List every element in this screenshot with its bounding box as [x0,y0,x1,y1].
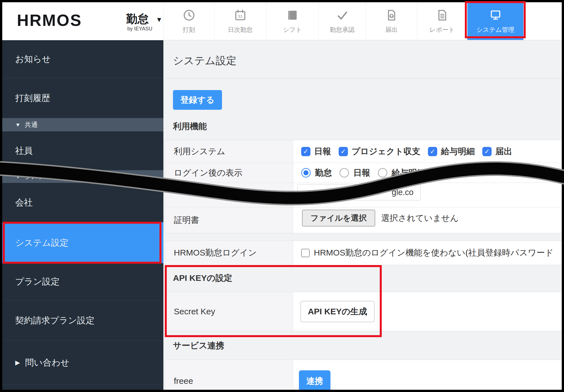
row-value: API KEYの生成 [293,292,562,331]
table-row-hrmos-login: HRMOS勤怠ログイン HRMOS勤怠のログイン機能を使わない(社員登録時パスワ… [165,241,562,265]
checkbox-option-payslip[interactable]: ✓ 給与明細 [428,146,475,157]
generate-api-key-button[interactable]: API KEYの生成 [300,301,375,322]
sidebar-item-label: 打刻履歴 [15,92,50,104]
sidebar-item-inquiry[interactable]: ▶ 問い合わせ [2,341,163,385]
tab-label: レポート [430,26,455,34]
table-row-system: 利用システム ✓ 日報 ✓ プロジェクト収支 ✓ 給与明細 [165,140,562,163]
sidebar-item-label: マニュアル [25,387,70,390]
section-heading-api-key: API KEYの設定 [173,272,232,284]
checkbox-checked-icon[interactable]: ✓ [482,147,492,156]
row-label: 利用システム [165,140,293,163]
radio-option-nippo[interactable]: 日報 [339,167,370,179]
radio-icon[interactable] [339,168,349,178]
checkbox-checked-icon[interactable]: ✓ [339,147,348,156]
tab-label: 届出 [385,26,398,34]
hrmos-login-table: HRMOS勤怠ログイン HRMOS勤怠のログイン機能を使わない(社員登録時パスワ… [165,241,562,265]
sidebar-section-kyotsu[interactable]: ▼ 共通 [2,118,163,131]
app-window: HRMOS 勤怠 by IEYASU ▼ 打刻 31 [0,0,564,392]
table-row-login-view: ログイン後の表示 勤怠 日報 給与明細 [165,163,562,183]
row-value: 勤怠 日報 給与明細 [293,163,562,183]
sidebar-item-label: 契約請求プラン設定 [15,315,94,326]
register-button[interactable]: 登録する [173,90,222,110]
caret-down-icon: ▼ [15,122,21,127]
divider [165,78,562,79]
checkbox-label: HRMOS勤怠のログイン機能を使わない(社員登録時パスワード [314,247,554,259]
sidebar-item-contract-plan-settings[interactable]: 契約請求プラン設定 [2,301,163,341]
radio-label: 給与明細 [392,167,425,179]
caret-right-icon: ▶ [15,360,20,366]
logo[interactable]: HRMOS 勤怠 by IEYASU ▼ [2,2,163,40]
checkbox-option-todokede[interactable]: ✓ 届出 [482,146,512,157]
byline: by IEYASU [127,26,152,32]
tab-daily-kintai[interactable]: 31 日次勤怠 [214,2,266,40]
tab-report[interactable]: レポート [417,2,467,40]
radio-option-payslip[interactable]: 給与明細 [378,167,425,179]
table-row-secret-key: Secret Key API KEYの生成 [165,292,562,331]
checkbox-checked-icon[interactable]: ✓ [428,147,437,156]
section-heading-features: 利用機能 [173,121,207,132]
radio-icon[interactable] [378,168,387,178]
sidebar-item-label: プラン設定 [15,276,59,288]
sidebar-section-system[interactable]: ▼ システム [2,170,163,183]
sidebar-item-label: 問い合わせ [25,357,69,369]
sidebar-nav: お知らせ 打刻履歴 ▼ 共通 社員 ▼ システム 会社 システム設定 プラン設定… [2,40,163,390]
sidebar-item-label: システム設定 [15,237,68,249]
monitor-icon [489,8,502,22]
tab-kintai-approval[interactable]: 勤怠承認 [318,2,366,40]
row-label: エン [165,183,293,207]
sidebar-item-label: 社員 [15,145,33,157]
file-status-text: 選択されていません [381,207,459,229]
check-icon [336,8,349,22]
main-content: システム設定 登録する 利用機能 利用システム ✓ 日報 ✓ プロジェクト収支 [163,40,562,390]
file-select-button[interactable]: ファイルを選択 [302,210,375,227]
row-value: 連携 [293,360,562,390]
sidebar-item-shain[interactable]: 社員 [2,131,163,170]
row-value: ファイルを選択 選択されていません [293,207,562,233]
checkbox-unchecked-icon[interactable] [301,249,310,257]
row-label: ログイン後の表示 [165,163,293,183]
radio-selected-icon[interactable] [301,168,311,178]
checkbox-option-nippo[interactable]: ✓ 日報 [301,146,331,157]
tab-label: シフト [283,26,302,34]
text-input[interactable]: gle.co [297,184,421,200]
table-row-obscured: エン gle.co [165,183,562,207]
sidebar-item-system-settings[interactable]: システム設定 [2,222,163,263]
tab-dakoku[interactable]: 打刻 [163,2,214,40]
api-key-table: Secret Key API KEYの生成 [165,292,562,331]
checkbox-label: 届出 [495,146,512,157]
services-table: freee 連携 [165,360,562,390]
sidebar-section-label: 共通 [25,120,38,129]
row-label: Secret Key [165,292,293,331]
sidebar-item-oshirase[interactable]: お知らせ [2,40,163,78]
row-value: gle.co [293,183,562,207]
brand-logo-text: HRMOS [17,11,82,30]
svg-text:31: 31 [238,14,243,19]
tab-todokede[interactable]: 届出 [366,2,417,40]
sidebar-item-kaisha[interactable]: 会社 [2,183,163,222]
sidebar-item-dakoku-rireki[interactable]: 打刻履歴 [2,78,163,118]
caret-down-icon: ▼ [15,174,21,179]
radio-option-kintai[interactable]: 勤怠 [301,167,332,179]
radio-label: 日報 [353,167,370,179]
checkbox-checked-icon[interactable]: ✓ [301,147,310,156]
tab-system-admin[interactable]: システム管理 [467,2,523,40]
checkbox-option-project[interactable]: ✓ プロジェクト収支 [339,146,420,157]
sidebar-item-manual[interactable]: ▶ マニュアル [2,385,163,390]
sidebar-item-plan-settings[interactable]: プラン設定 [2,263,163,301]
row-label: HRMOS勤怠ログイン [165,241,293,265]
table-row-freee: freee 連携 [165,360,562,390]
tab-shift[interactable]: シフト [266,2,318,40]
checkbox-label: プロジェクト収支 [352,146,420,157]
freee-link-button[interactable]: 連携 [299,370,330,390]
sidebar-item-label: 会社 [15,197,33,209]
tab-label: 日次勤怠 [228,26,253,34]
sidebar-section-label: システム [25,172,51,181]
section-heading-services: サービス連携 [173,340,224,351]
top-header: HRMOS 勤怠 by IEYASU ▼ 打刻 31 [2,2,562,40]
chevron-down-icon[interactable]: ▼ [156,16,163,24]
features-table: 利用システム ✓ 日報 ✓ プロジェクト収支 ✓ 給与明細 [165,140,562,233]
row-label: freee [165,360,293,390]
clock-icon [182,8,196,22]
page-title: システム設定 [173,54,236,68]
tab-label: 打刻 [183,26,195,34]
